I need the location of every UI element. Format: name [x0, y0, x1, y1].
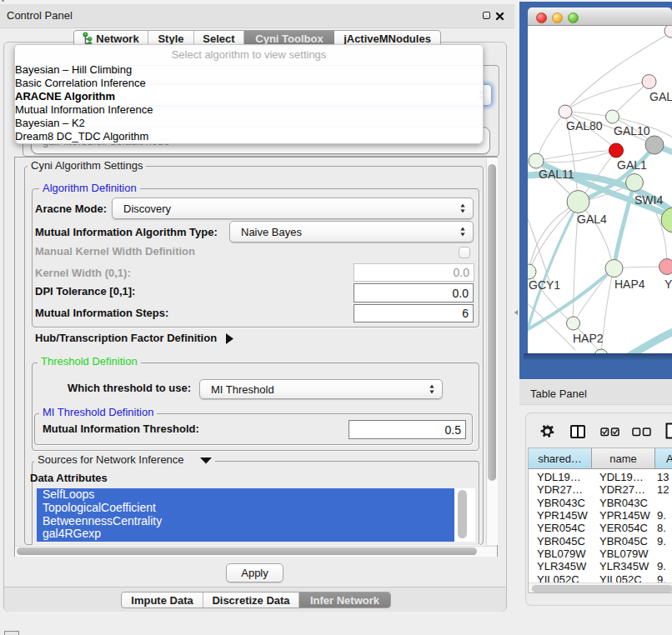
- svg-text:HAP4: HAP4: [614, 278, 645, 291]
- svg-text:SWI4: SWI4: [634, 193, 663, 207]
- svg-text:GAL7: GAL7: [649, 90, 672, 103]
- svg-text:GAL10: GAL10: [614, 124, 650, 138]
- svg-text:GCY1: GCY1: [529, 278, 560, 292]
- svg-text:GAL80: GAL80: [566, 119, 603, 132]
- svg-text:GAL11: GAL11: [539, 168, 574, 181]
- svg-text:GAL1: GAL1: [617, 158, 647, 172]
- svg-text:GAL4: GAL4: [577, 212, 607, 226]
- svg-text:HAP2: HAP2: [573, 332, 604, 345]
- svg-text:Y: Y: [664, 278, 672, 291]
